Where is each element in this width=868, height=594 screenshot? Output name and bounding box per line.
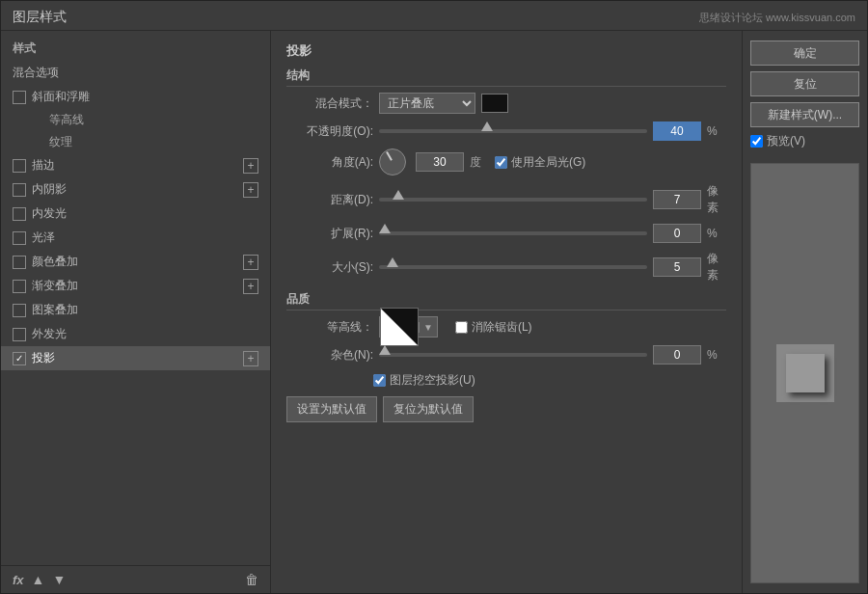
middle-panel: 投影 结构 混合模式： 正片叠底 不透明度(O): % (271, 31, 742, 593)
preview-label: 预览(V) (767, 133, 805, 149)
sidebar-item-color-overlay[interactable]: 颜色叠加 + (1, 250, 270, 274)
angle-input[interactable] (416, 152, 464, 172)
size-row: 大小(S): 像素 (286, 251, 726, 284)
dialog: 图层样式 思绪设计论坛 www.kissvuan.com 样式 混合选项 斜面和… (0, 0, 868, 594)
size-slider-track[interactable] (379, 265, 647, 269)
angle-label: 角度(A): (286, 154, 373, 171)
size-slider-thumb[interactable] (387, 257, 398, 267)
sidebar-item-drop-shadow[interactable]: 投影 + (1, 346, 270, 370)
opacity-slider-thumb[interactable] (481, 122, 493, 131)
stroke-check[interactable] (13, 159, 26, 173)
noise-row: 杂色(N): % (286, 345, 726, 364)
gradient-overlay-label: 渐变叠加 (32, 278, 243, 294)
drop-shadow-check[interactable] (13, 352, 26, 365)
angle-row: 角度(A): 度 使用全局光(G) (286, 148, 726, 176)
contour-dropdown-arrow[interactable]: ▼ (419, 322, 437, 333)
layer-knockout-label[interactable]: 图层挖空投影(U) (373, 372, 475, 389)
sidebar-item-blend-options[interactable]: 混合选项 (1, 61, 270, 85)
bevel-check[interactable] (13, 91, 26, 104)
color-overlay-add-btn[interactable]: + (243, 255, 258, 270)
contour-triangle (381, 309, 418, 345)
drop-shadow-label: 投影 (32, 350, 243, 366)
distance-slider-container (379, 198, 647, 202)
outer-glow-check[interactable] (13, 328, 26, 341)
distance-input[interactable] (653, 190, 701, 209)
move-up-icon[interactable]: ▲ (32, 572, 45, 587)
blend-mode-select[interactable]: 正片叠底 (379, 93, 475, 114)
global-light-text: 使用全局光(G) (511, 154, 585, 171)
distance-slider-track[interactable] (379, 198, 647, 202)
opacity-row: 不透明度(O): % (286, 122, 726, 141)
fx-icon[interactable]: fx (13, 573, 24, 587)
spread-input[interactable] (653, 224, 701, 243)
distance-label: 距离(D): (286, 192, 373, 208)
stroke-add-btn[interactable]: + (243, 158, 258, 174)
inner-shadow-add-btn[interactable]: + (243, 182, 258, 198)
satin-check[interactable] (13, 231, 26, 245)
delete-icon[interactable]: 🗑 (245, 572, 258, 587)
global-light-checkbox[interactable] (495, 156, 507, 169)
gradient-overlay-check[interactable] (13, 280, 26, 293)
sidebar-item-pattern-overlay[interactable]: 图案叠加 (1, 298, 270, 322)
pattern-overlay-check[interactable] (13, 304, 26, 317)
anti-alias-checkbox[interactable] (455, 321, 468, 334)
noise-label: 杂色(N): (286, 347, 373, 364)
drop-shadow-add-btn[interactable]: + (243, 351, 258, 366)
noise-input[interactable] (653, 345, 701, 364)
right-panel: 确定 复位 新建样式(W)... 预览(V) (742, 31, 867, 593)
inner-glow-check[interactable] (13, 207, 26, 221)
ok-button[interactable]: 确定 (750, 40, 859, 66)
preview-checkbox[interactable] (750, 135, 763, 148)
opacity-input[interactable] (653, 122, 701, 141)
spread-slider-thumb[interactable] (379, 224, 391, 233)
sidebar-item-contour[interactable]: 等高线 (1, 109, 270, 131)
preview-outer-square (776, 344, 834, 402)
opacity-unit: % (707, 124, 726, 138)
preview-inner-square (786, 354, 825, 392)
cancel-button[interactable]: 复位 (750, 71, 859, 96)
bevel-label: 斜面和浮雕 (32, 89, 258, 105)
sidebar-item-texture[interactable]: 纹理 (1, 131, 270, 153)
spread-slider-track[interactable] (379, 231, 647, 235)
angle-dial[interactable] (379, 148, 406, 176)
preview-area (750, 163, 859, 583)
inner-shadow-check[interactable] (13, 183, 26, 197)
new-style-button[interactable]: 新建样式(W)... (750, 102, 859, 127)
opacity-slider-container (379, 129, 647, 133)
global-light-label[interactable]: 使用全局光(G) (495, 154, 585, 171)
noise-slider-track[interactable] (379, 353, 647, 357)
spread-label: 扩展(R): (286, 226, 373, 242)
layer-knockout-text: 图层挖空投影(U) (390, 372, 475, 389)
size-input[interactable] (653, 257, 701, 277)
sidebar-item-bevel[interactable]: 斜面和浮雕 (1, 85, 270, 109)
set-default-btn[interactable]: 设置为默认值 (286, 396, 377, 422)
gradient-overlay-add-btn[interactable]: + (243, 279, 258, 294)
sidebar-item-inner-glow[interactable]: 内发光 (1, 202, 270, 226)
structure-title: 结构 (286, 68, 726, 87)
noise-unit: % (707, 348, 726, 362)
layer-knockout-checkbox[interactable] (373, 374, 386, 387)
sidebar-item-gradient-overlay[interactable]: 渐变叠加 + (1, 274, 270, 298)
move-down-icon[interactable]: ▼ (52, 572, 66, 587)
distance-slider-thumb[interactable] (393, 190, 404, 200)
blend-color-swatch[interactable] (481, 94, 508, 113)
anti-alias-label[interactable]: 消除锯齿(L) (455, 319, 532, 336)
noise-slider-thumb[interactable] (379, 345, 391, 355)
styles-label: 样式 (1, 37, 270, 61)
contour-label: 等高线 (49, 112, 84, 128)
sidebar-item-satin[interactable]: 光泽 (1, 226, 270, 250)
sidebar-item-inner-shadow[interactable]: 内阴影 + (1, 177, 270, 202)
blend-mode-row: 混合模式： 正片叠底 (286, 93, 726, 114)
distance-row: 距离(D): 像素 (286, 183, 726, 216)
reset-default-btn[interactable]: 复位为默认值 (383, 396, 474, 422)
contour-dropdown[interactable]: ▼ (379, 316, 438, 338)
contour-preview[interactable] (380, 308, 419, 346)
sidebar-item-outer-glow[interactable]: 外发光 (1, 322, 270, 346)
preview-checkbox-label[interactable]: 预览(V) (750, 133, 859, 149)
angle-dial-needle (386, 151, 393, 161)
pattern-overlay-label: 图案叠加 (32, 302, 258, 318)
color-overlay-check[interactable] (13, 256, 26, 269)
texture-label: 纹理 (49, 134, 72, 150)
opacity-slider-track[interactable] (379, 129, 647, 133)
sidebar-item-stroke[interactable]: 描边 + (1, 153, 270, 177)
